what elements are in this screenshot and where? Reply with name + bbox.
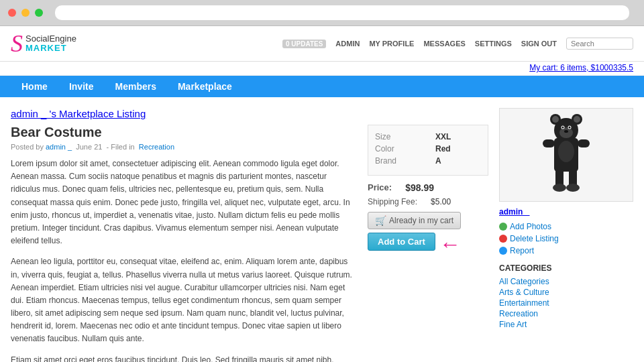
top-nav: 0 UPDATES ADMIN MY PROFILE MESSAGES SETT… [282,38,633,50]
description-3: Etiam sit amet orci eget eros faucibus t… [11,354,357,362]
price-value: $98.99 [405,182,434,193]
product-panel: admin _ Add Photos Delete Listing Report… [499,108,633,362]
svg-rect-12 [543,139,555,147]
add-photos-link[interactable]: Add Photos [499,222,633,231]
nav-home[interactable]: Home [11,76,58,97]
buy-section: Size XXL Color Red Brand A [368,125,488,362]
add-photos-label: Add Photos [510,222,551,231]
text-section: Bear Costume Posted by admin _ June 21 -… [11,125,357,362]
add-photos-icon [499,223,507,231]
report-label: Report [510,246,534,255]
admin-link[interactable]: ADMIN [335,40,360,48]
logo-s: S [11,32,23,56]
listing-breadcrumb: admin _ 's Marketplace Listing [11,108,488,119]
posted-by: Posted by admin _ June 21 - Filed in Rec… [11,143,357,151]
description-1: Lorem ipsum dolor sit amet, consectetuer… [11,158,357,247]
size-label: Size [375,132,422,141]
cat-fineart[interactable]: Fine Art [499,320,633,329]
size-row: Size XXL [375,132,481,141]
svg-point-16 [553,184,566,192]
size-value: XXL [435,132,451,141]
nav-marketplace[interactable]: Marketplace [167,76,243,97]
shipping-row: Shipping Fee: $5.00 [368,197,488,206]
categories-title: CATEGORIES [499,263,633,273]
cat-arts[interactable]: Arts & Culture [499,288,633,297]
already-in-cart-button[interactable]: 🛒 Already in my cart [368,212,461,229]
seller-link[interactable]: admin _ [499,207,529,217]
product-image [499,108,633,202]
my-profile-link[interactable]: MY PROFILE [369,40,414,48]
already-in-cart-label: Already in my cart [389,216,453,225]
browser-chrome [0,0,644,26]
bear-costume-image [539,111,593,198]
settings-link[interactable]: SETTINGS [475,40,512,48]
svg-point-18 [558,141,574,162]
breadcrumb-link[interactable]: admin _ 's Marketplace Listing [11,108,146,119]
browser-minimize-btn[interactable] [21,9,30,17]
search-input[interactable] [566,38,633,50]
nav-members[interactable]: Members [104,76,166,97]
logo: S SocialEngine MARKET [11,32,76,56]
top-bar: S SocialEngine MARKET 0 UPDATES ADMIN MY… [0,26,644,62]
categories-section: CATEGORIES All Categories Arts & Culture… [499,263,633,329]
svg-point-9 [562,127,564,129]
browser-close-btn[interactable] [8,9,16,17]
svg-point-11 [564,130,568,133]
address-bar[interactable] [55,5,629,20]
price-row: Price: $98.99 [368,182,488,193]
author-link[interactable]: admin _ [46,143,72,151]
seller-name: admin _ [499,207,633,217]
seller-actions: Add Photos Delete Listing Report [499,222,633,255]
color-row: Color Red [375,144,481,154]
report-link[interactable]: Report [499,246,633,255]
logo-text: SocialEngine MARKET [25,34,76,54]
sign-out-link[interactable]: SIGN OUT [521,40,557,48]
cat-entertainment[interactable]: Entertainment [499,298,633,308]
delete-listing-label: Delete Listing [510,234,559,243]
svg-point-4 [552,116,559,123]
svg-point-5 [574,116,580,123]
content-area: admin _ 's Marketplace Listing Bear Cost… [0,97,644,362]
cat-all[interactable]: All Categories [499,277,633,286]
delete-listing-link[interactable]: Delete Listing [499,234,633,243]
logo-market: MARKET [25,44,76,53]
price-label: Price: [368,182,392,193]
product-name: Bear Costume [11,125,357,140]
category-link[interactable]: Recreation [139,143,174,151]
pink-arrow-icon: ← [439,232,461,257]
filed-label: Filed in [111,143,134,151]
svg-point-17 [566,184,580,192]
logo-social-word: Social [25,34,49,44]
svg-rect-13 [578,139,590,147]
updates-badge: 0 UPDATES [282,40,326,48]
listing-body: Bear Costume Posted by admin _ June 21 -… [11,125,488,362]
shipping-label: Shipping Fee: [368,197,417,206]
main-content: admin _ 's Marketplace Listing Bear Cost… [11,108,488,362]
main-nav: Home Invite Members Marketplace [0,76,644,97]
description-2: Aenean leo ligula, porttitor eu, consequ… [11,255,357,345]
color-value: Red [435,144,451,154]
logo-engine-word: Engine [49,34,76,44]
price-section: Price: $98.99 Shipping Fee: $5.00 [368,182,488,206]
messages-link[interactable]: MESSAGES [423,40,465,48]
brand-value: A [435,156,441,166]
post-date: June 21 [76,143,102,151]
add-to-cart-button[interactable]: Add to Cart [368,233,435,251]
svg-point-10 [569,127,571,129]
browser-maximize-btn[interactable] [35,9,43,17]
logo-socialengine: SocialEngine [25,34,76,44]
delete-listing-icon [499,235,507,243]
cart-link[interactable]: My cart: 6 items, $1000335.5 [529,63,633,72]
shipping-value: $5.00 [431,197,451,206]
cart-icon: 🛒 [375,215,386,226]
posted-by-label: Posted by [11,143,44,151]
product-details: Size XXL Color Red Brand A [368,125,488,176]
updates-link[interactable]: 0 UPDATES [282,40,326,48]
cart-buttons-area: 🛒 Already in my cart Add to Cart ← [368,212,488,257]
brand-label: Brand [375,156,422,166]
report-icon [499,247,507,255]
color-label: Color [375,144,422,154]
cat-recreation[interactable]: Recreation [499,309,633,318]
cart-bar: My cart: 6 items, $1000335.5 [0,62,644,76]
nav-invite[interactable]: Invite [58,76,105,97]
